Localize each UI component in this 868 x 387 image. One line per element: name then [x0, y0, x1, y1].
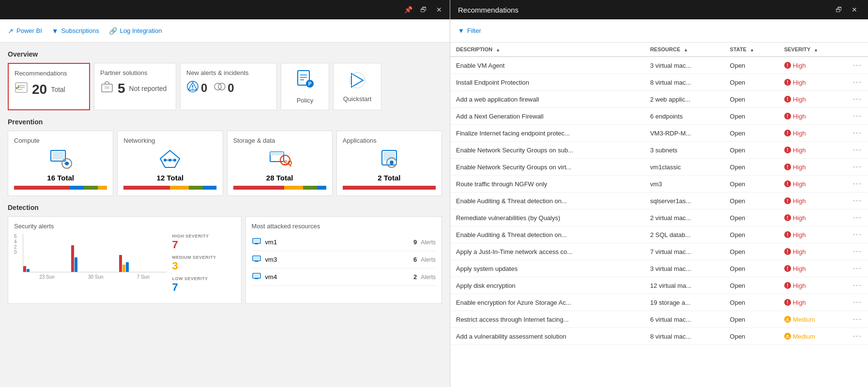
- right-close-icon[interactable]: ✕: [849, 4, 860, 15]
- cell-more[interactable]: ···: [847, 328, 868, 345]
- cell-more[interactable]: ···: [847, 176, 868, 193]
- filter-button[interactable]: ▼ Filter: [458, 27, 481, 34]
- resource-vm4[interactable]: vm4 2 Alerts: [252, 268, 436, 286]
- table-row[interactable]: Install Endpoint Protection 8 virtual ma…: [450, 74, 868, 91]
- power-bi-button[interactable]: ↗ Power BI: [8, 27, 42, 35]
- cell-description: Route traffic through NGFW only: [450, 176, 644, 193]
- storage-card[interactable]: Storage & data SQL 28 Total: [227, 131, 333, 196]
- more-button[interactable]: ···: [853, 95, 862, 103]
- cell-description: Add a Next Generation Firewall: [450, 108, 644, 125]
- more-button[interactable]: ···: [853, 78, 862, 86]
- table-row[interactable]: Add a vulnerability assessment solution …: [450, 328, 868, 345]
- table-header-row: DESCRIPTION ▲ RESOURCE ▲ STATE ▲ SEVERIT…: [450, 43, 868, 57]
- table-row[interactable]: Apply a Just-In-Time network access co..…: [450, 243, 868, 260]
- table-row[interactable]: Apply system updates 3 virtual mac... Op…: [450, 260, 868, 277]
- recommendations-card-title: Recommendations: [15, 70, 83, 77]
- more-button[interactable]: ···: [853, 332, 862, 340]
- resource-vm1[interactable]: vm1 9 Alerts: [252, 234, 436, 251]
- table-row[interactable]: Enable Auditing & Threat detection on...…: [450, 193, 868, 209]
- more-button[interactable]: ···: [853, 298, 862, 306]
- security-alerts-card[interactable]: Security alerts 6 4 2 0: [8, 216, 242, 304]
- cell-more[interactable]: ···: [847, 57, 868, 74]
- more-button[interactable]: ···: [853, 196, 862, 205]
- more-button[interactable]: ···: [853, 61, 862, 69]
- table-row[interactable]: Enable encryption for Azure Storage Ac..…: [450, 294, 868, 311]
- close-icon[interactable]: ✕: [433, 4, 445, 15]
- severity-dot: !: [784, 248, 791, 255]
- vm3-label: Alerts: [421, 256, 436, 263]
- cell-more[interactable]: ···: [847, 125, 868, 142]
- pin-icon[interactable]: 📌: [402, 4, 414, 15]
- more-button[interactable]: ···: [853, 112, 862, 120]
- resource-vm3[interactable]: vm3 6 Alerts: [252, 251, 436, 268]
- more-button[interactable]: ···: [853, 264, 862, 272]
- table-row[interactable]: Enable Network Security Groups on virt..…: [450, 159, 868, 176]
- col-severity[interactable]: SEVERITY ▲: [778, 43, 847, 57]
- severity-dot: !: [784, 113, 791, 119]
- more-button[interactable]: ···: [853, 146, 862, 154]
- more-button[interactable]: ···: [853, 213, 862, 222]
- cell-more[interactable]: ···: [847, 294, 868, 311]
- quickstart-label: Quickstart: [343, 95, 372, 103]
- more-button[interactable]: ···: [853, 230, 862, 238]
- table-row[interactable]: Apply disk encryption 12 virtual ma... O…: [450, 277, 868, 294]
- cell-resource: VM3-RDP-M...: [644, 125, 724, 142]
- cell-more[interactable]: ···: [847, 193, 868, 209]
- table-row[interactable]: Route traffic through NGFW only vm3 Open…: [450, 176, 868, 193]
- col-state[interactable]: STATE ▲: [724, 43, 778, 57]
- cell-more[interactable]: ···: [847, 243, 868, 260]
- severity-sort-icon: ▲: [814, 47, 818, 52]
- table-row[interactable]: Enable Network Security Groups on sub...…: [450, 142, 868, 159]
- cell-more[interactable]: ···: [847, 226, 868, 243]
- cell-more[interactable]: ···: [847, 108, 868, 125]
- table-row[interactable]: Remediate vulnerabilities (by Qualys) 2 …: [450, 209, 868, 226]
- cell-description: Enable Auditing & Threat detection on...: [450, 193, 644, 209]
- cell-more[interactable]: ···: [847, 142, 868, 159]
- right-restore-icon[interactable]: 🗗: [833, 4, 845, 15]
- more-button[interactable]: ···: [853, 247, 862, 255]
- table-row[interactable]: Add a Next Generation Firewall 6 endpoin…: [450, 108, 868, 125]
- cell-more[interactable]: ···: [847, 311, 868, 328]
- applications-card[interactable]: Applications 2 Total: [336, 131, 442, 196]
- alerts-card[interactable]: New alerts & incidents 0: [180, 63, 277, 110]
- applications-total: 2 Total: [343, 174, 436, 182]
- storage-title: Storage & data: [233, 137, 326, 144]
- recommendations-card[interactable]: Recommendations 20 Total: [8, 63, 90, 110]
- cell-resource: 3 virtual mac...: [644, 57, 724, 74]
- quickstart-card[interactable]: Quickstart: [333, 63, 381, 110]
- cell-state: Open: [724, 193, 778, 209]
- cell-description: Enable Network Security Groups on sub...: [450, 142, 644, 159]
- col-description[interactable]: DESCRIPTION ▲: [450, 43, 644, 57]
- cell-more[interactable]: ···: [847, 91, 868, 108]
- most-attacked-card[interactable]: Most attacked resources vm1 9: [245, 216, 442, 304]
- col-resource[interactable]: RESOURCE ▲: [644, 43, 724, 57]
- log-integration-button[interactable]: 🔗 Log Integration: [109, 27, 162, 35]
- partner-solutions-card[interactable]: Partner solutions 5 Not reported: [94, 63, 176, 110]
- cell-more[interactable]: ···: [847, 74, 868, 91]
- table-row[interactable]: Add a web application firewall 2 web app…: [450, 91, 868, 108]
- table-row[interactable]: Enable Auditing & Threat detection on...…: [450, 226, 868, 243]
- networking-card[interactable]: Networking 12 Total: [117, 131, 223, 196]
- cell-severity: ! High: [778, 74, 847, 91]
- table-row[interactable]: Enable VM Agent 3 virtual mac... Open ! …: [450, 57, 868, 74]
- cell-more[interactable]: ···: [847, 209, 868, 226]
- table-row[interactable]: Restrict access through Internet facing.…: [450, 311, 868, 328]
- subscriptions-button[interactable]: ▼ Subscriptions: [52, 27, 99, 35]
- compute-card[interactable]: Compute 16 Total: [8, 131, 113, 196]
- more-button[interactable]: ···: [853, 163, 862, 171]
- svg-rect-21: [52, 152, 64, 160]
- more-button[interactable]: ···: [853, 315, 862, 323]
- table-row[interactable]: Finalize Internet facing endpoint protec…: [450, 125, 868, 142]
- cell-more[interactable]: ···: [847, 260, 868, 277]
- restore-icon[interactable]: 🗗: [418, 4, 429, 15]
- cell-more[interactable]: ···: [847, 277, 868, 294]
- more-button[interactable]: ···: [853, 129, 862, 137]
- more-button[interactable]: ···: [853, 281, 862, 289]
- cell-more[interactable]: ···: [847, 159, 868, 176]
- power-bi-label: Power BI: [16, 27, 42, 34]
- severity-badge: ! High: [784, 113, 841, 120]
- cell-state: Open: [724, 125, 778, 142]
- more-button[interactable]: ···: [853, 179, 862, 188]
- alerts-card-title: New alerts & incidents: [186, 69, 271, 76]
- policy-card[interactable]: P Policy: [281, 63, 329, 110]
